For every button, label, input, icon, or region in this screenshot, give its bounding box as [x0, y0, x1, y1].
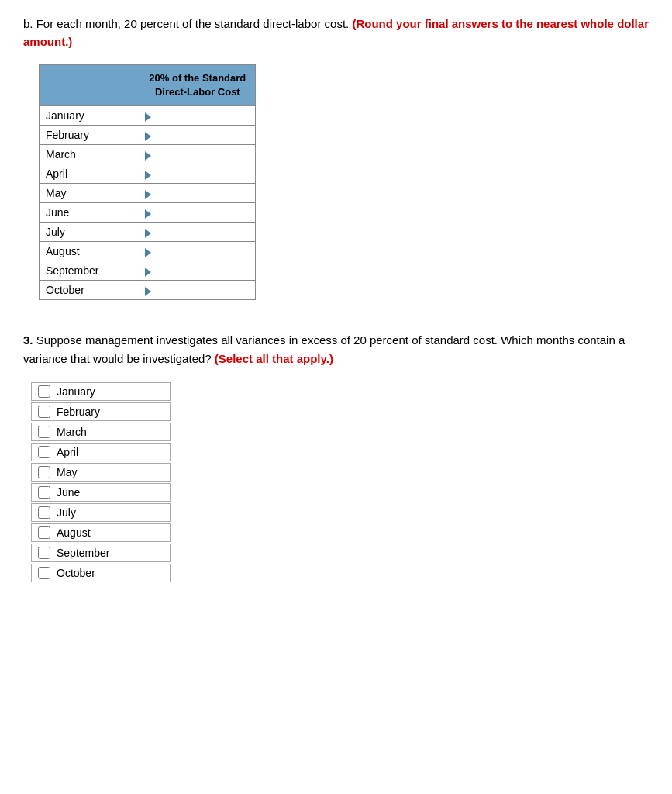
month-label: February: [57, 406, 100, 418]
section-b-table: 20% of the Standard Direct-Labor Cost Ja…: [39, 64, 256, 300]
list-item[interactable]: January: [31, 382, 171, 401]
table-row: April: [40, 164, 256, 184]
month-label: July: [57, 506, 76, 519]
month-checkbox[interactable]: [38, 406, 50, 418]
list-item[interactable]: March: [31, 423, 171, 441]
list-item[interactable]: August: [31, 523, 171, 542]
table-value-header: 20% of the Standard Direct-Labor Cost: [140, 65, 255, 106]
month-checkbox[interactable]: [38, 567, 50, 579]
table-row: July: [40, 223, 256, 242]
month-checkbox[interactable]: [38, 385, 50, 398]
table-month-cell: March: [40, 145, 140, 164]
section-3: 3. Suppose management investigates all v…: [23, 331, 649, 582]
table-value-cell[interactable]: [140, 281, 255, 300]
expand-icon[interactable]: [145, 209, 151, 219]
table-value-cell[interactable]: [140, 184, 255, 203]
table-month-cell: May: [40, 184, 140, 203]
table-row: August: [40, 242, 256, 261]
section-3-red: (Select all that apply.): [215, 352, 333, 365]
month-label: March: [57, 426, 87, 438]
section-3-title: 3. Suppose management investigates all v…: [23, 331, 649, 368]
table-month-header: [40, 65, 140, 106]
list-item[interactable]: April: [31, 443, 171, 461]
table-month-cell: February: [40, 126, 140, 145]
expand-icon[interactable]: [145, 229, 151, 238]
table-value-cell[interactable]: [140, 242, 255, 261]
month-checkbox[interactable]: [38, 506, 50, 519]
table-row: February: [40, 126, 256, 145]
month-checkbox[interactable]: [38, 547, 50, 559]
list-item[interactable]: February: [31, 402, 171, 421]
expand-icon[interactable]: [145, 287, 151, 296]
checkbox-list: JanuaryFebruaryMarchAprilMayJuneJulyAugu…: [31, 382, 649, 582]
month-label: August: [57, 526, 91, 539]
table-value-cell[interactable]: [140, 203, 255, 223]
month-label: April: [57, 446, 78, 458]
month-label: June: [57, 486, 80, 499]
section-b-table-container: 20% of the Standard Direct-Labor Cost Ja…: [39, 64, 649, 300]
table-row: June: [40, 203, 256, 223]
table-value-cell[interactable]: [140, 145, 255, 164]
section-b-title: b. For each month, 20 percent of the sta…: [23, 16, 649, 50]
expand-icon[interactable]: [145, 151, 151, 161]
expand-icon[interactable]: [145, 248, 151, 257]
month-checkbox[interactable]: [38, 446, 50, 458]
table-value-cell[interactable]: [140, 164, 255, 184]
table-row: September: [40, 261, 256, 281]
section-3-number: 3.: [23, 333, 33, 347]
table-value-cell[interactable]: [140, 106, 255, 126]
list-item[interactable]: September: [31, 544, 171, 562]
month-label: January: [57, 385, 95, 398]
month-label: May: [57, 466, 77, 478]
table-month-cell: September: [40, 261, 140, 281]
section-b: b. For each month, 20 percent of the sta…: [23, 16, 649, 300]
list-item[interactable]: October: [31, 564, 171, 582]
expand-icon[interactable]: [145, 190, 151, 199]
table-month-cell: October: [40, 281, 140, 300]
expand-icon[interactable]: [145, 132, 151, 141]
list-item[interactable]: May: [31, 463, 171, 482]
table-row: October: [40, 281, 256, 300]
table-value-cell[interactable]: [140, 126, 255, 145]
month-checkbox[interactable]: [38, 466, 50, 478]
expand-icon[interactable]: [145, 171, 151, 180]
month-label: October: [57, 567, 95, 579]
table-month-cell: January: [40, 106, 140, 126]
table-value-cell[interactable]: [140, 261, 255, 281]
table-row: March: [40, 145, 256, 164]
list-item[interactable]: July: [31, 503, 171, 522]
table-month-cell: August: [40, 242, 140, 261]
month-checkbox[interactable]: [38, 486, 50, 499]
list-item[interactable]: June: [31, 483, 171, 502]
expand-icon[interactable]: [145, 268, 151, 277]
expand-icon[interactable]: [145, 112, 151, 122]
table-month-cell: June: [40, 203, 140, 223]
table-month-cell: July: [40, 223, 140, 242]
table-row: January: [40, 106, 256, 126]
month-checkbox[interactable]: [38, 426, 50, 438]
table-month-cell: April: [40, 164, 140, 184]
table-value-cell[interactable]: [140, 223, 255, 242]
table-row: May: [40, 184, 256, 203]
month-checkbox[interactable]: [38, 526, 50, 539]
month-label: September: [57, 547, 109, 559]
section-b-prefix: b. For each month, 20 percent of the sta…: [23, 17, 349, 30]
